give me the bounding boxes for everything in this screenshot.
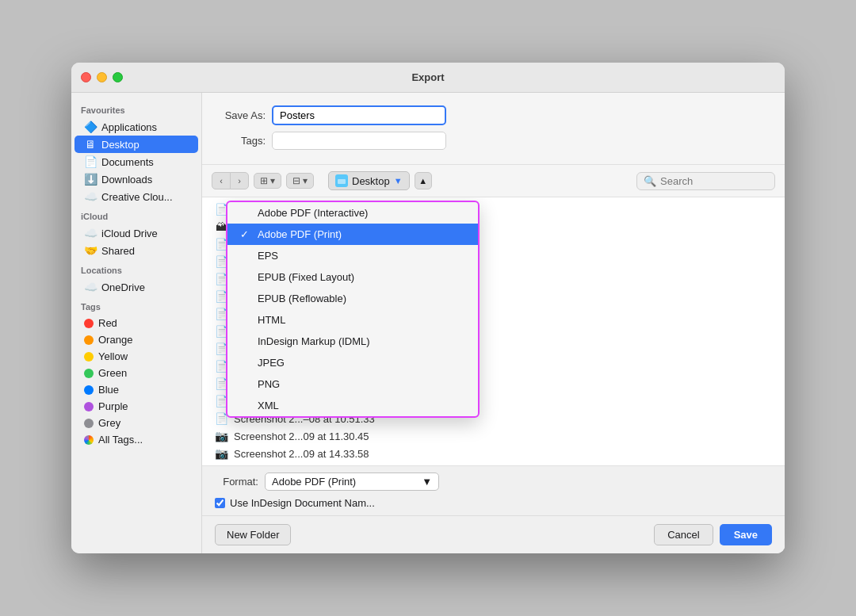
format-dropdown-arrow: ▼	[422, 476, 432, 488]
sidebar-item-yellow[interactable]: Yellow	[75, 348, 198, 365]
dropdown-item-label: PNG	[258, 378, 280, 390]
sidebar-item-label: Yellow	[98, 350, 128, 362]
checkbox-row: Use InDesign Document Nam...	[215, 497, 772, 509]
sidebar-item-red[interactable]: Red	[75, 315, 198, 331]
dropdown-item-epub-reflowable[interactable]: EPUB (Reflowable)	[227, 288, 478, 309]
svg-rect-1	[338, 179, 346, 184]
downloads-icon: ⬇️	[84, 173, 97, 186]
expand-button[interactable]: ▲	[415, 172, 432, 189]
sidebar-item-grey[interactable]: Grey	[75, 415, 198, 431]
action-buttons: New Folder Cancel Save	[202, 515, 785, 553]
search-bar[interactable]: 🔍	[636, 172, 775, 190]
file-item[interactable]: 📷 Screenshot 2...09 at 11.30.45	[202, 427, 785, 445]
sidebar-item-onedrive[interactable]: ☁️ OneDrive	[75, 278, 198, 296]
tag-red-dot	[84, 319, 94, 328]
location-pill[interactable]: Desktop ▼	[328, 171, 410, 190]
dropdown-item-label: XML	[258, 400, 279, 411]
tag-grey-dot	[84, 419, 94, 428]
view-toggle-button[interactable]: ⊞ ▾	[254, 173, 281, 189]
view-chevron: ▾	[270, 175, 275, 186]
close-button[interactable]	[81, 72, 91, 82]
checkbox-label: Use InDesign Document Nam...	[230, 497, 375, 509]
sidebar-item-label: OneDrive	[101, 281, 145, 293]
sidebar-item-applications[interactable]: 🔷 Applications	[75, 118, 198, 136]
sidebar-item-orange[interactable]: Orange	[75, 331, 198, 348]
sidebar-item-label: Red	[98, 317, 117, 329]
sidebar-item-all-tags[interactable]: All Tags...	[75, 431, 198, 448]
save-as-row: Save As:	[218, 105, 769, 125]
sidebar-item-label: Grey	[98, 417, 120, 429]
new-folder-button[interactable]: New Folder	[215, 524, 291, 545]
dropdown-item-label: EPUB (Fixed Layout)	[258, 271, 354, 283]
dialog-body: Favourites 🔷 Applications 🖥 Desktop 📄 Do…	[71, 93, 785, 553]
sidebar-item-desktop[interactable]: 🖥 Desktop	[75, 136, 198, 153]
dropdown-item-html[interactable]: HTML	[227, 309, 478, 331]
location-label: Desktop	[352, 175, 390, 187]
sidebar-item-creative-cloud[interactable]: ☁️ Creative Clou...	[75, 188, 198, 205]
sidebar: Favourites 🔷 Applications 🖥 Desktop 📄 Do…	[71, 93, 202, 553]
tag-green-dot	[84, 369, 94, 378]
main-area: Save As: Tags: ‹ › ⊞ ▾ ⊟	[202, 93, 785, 553]
save-button[interactable]: Save	[720, 524, 772, 545]
sidebar-item-purple[interactable]: Purple	[75, 398, 198, 415]
tag-purple-dot	[84, 402, 94, 411]
format-label: Format:	[215, 476, 258, 488]
grid-view-button[interactable]: ⊟ ▾	[286, 173, 314, 189]
dropdown-item-adobe-pdf-print[interactable]: ✓ Adobe PDF (Print)	[227, 224, 478, 245]
save-as-input[interactable]	[272, 105, 446, 125]
tags-input[interactable]	[272, 132, 446, 150]
grid-icon: ⊟	[292, 175, 300, 186]
maximize-button[interactable]	[113, 72, 123, 82]
right-buttons: Cancel Save	[654, 524, 772, 545]
dropdown-item-label: HTML	[258, 314, 285, 326]
sidebar-item-shared[interactable]: 🤝 Shared	[75, 242, 198, 259]
export-dialog: Export Favourites 🔷 Applications 🖥 Deskt…	[71, 63, 785, 553]
dropdown-item-jpeg[interactable]: JPEG	[227, 352, 478, 373]
sidebar-item-documents[interactable]: 📄 Documents	[75, 153, 198, 170]
sidebar-item-label: Shared	[101, 245, 135, 257]
section-tags: Tags	[71, 296, 201, 315]
dropdown-item-label: EPUB (Reflowable)	[258, 293, 346, 304]
search-input[interactable]	[660, 175, 768, 187]
sidebar-item-green[interactable]: Green	[75, 365, 198, 381]
sidebar-item-label: All Tags...	[98, 434, 143, 446]
use-indesign-name-checkbox[interactable]	[215, 498, 225, 508]
forward-button[interactable]: ›	[230, 172, 249, 189]
file-item[interactable]: 📷 Screenshot 2...09 at 14.33.58	[202, 445, 785, 462]
toolbar: ‹ › ⊞ ▾ ⊟ ▾ Desktop ▼ ▲	[202, 165, 785, 197]
sidebar-item-label: Green	[98, 367, 127, 379]
view-icon: ⊞	[260, 175, 268, 186]
file-name: Screenshot 2...09 at 14.33.58	[234, 448, 369, 460]
sidebar-item-label: Creative Clou...	[101, 191, 173, 203]
sidebar-item-blue[interactable]: Blue	[75, 381, 198, 398]
traffic-lights	[81, 72, 123, 82]
dropdown-item-label: JPEG	[258, 357, 285, 369]
dropdown-item-xml[interactable]: XML	[227, 395, 478, 416]
dropdown-item-epub-fixed[interactable]: EPUB (Fixed Layout)	[227, 266, 478, 288]
window-title: Export	[411, 71, 444, 83]
dropdown-item-png[interactable]: PNG	[227, 373, 478, 395]
back-button[interactable]: ‹	[212, 172, 231, 189]
dropdown-item-label: Adobe PDF (Interactive)	[258, 207, 368, 219]
minimize-button[interactable]	[97, 72, 107, 82]
desktop-icon: 🖥	[84, 138, 97, 151]
sidebar-item-icloud-drive[interactable]: ☁️ iCloud Drive	[75, 224, 198, 242]
format-dropdown: Adobe PDF (Interactive) ✓ Adobe PDF (Pri…	[226, 201, 480, 418]
dropdown-item-indesign-markup[interactable]: InDesign Markup (IDML)	[227, 331, 478, 352]
format-selected-value: Adobe PDF (Print)	[272, 476, 356, 488]
save-as-label: Save As:	[218, 109, 266, 121]
dropdown-item-eps[interactable]: EPS	[227, 245, 478, 266]
dropdown-item-label: InDesign Markup (IDML)	[258, 335, 370, 347]
sidebar-item-downloads[interactable]: ⬇️ Downloads	[75, 170, 198, 188]
check-icon: ✓	[240, 228, 251, 240]
tag-yellow-dot	[84, 352, 94, 362]
bottom-bar: Format: Adobe PDF (Print) ▼ Use InDesign…	[202, 465, 785, 515]
dropdown-item-adobe-pdf-interactive[interactable]: Adobe PDF (Interactive)	[227, 202, 478, 224]
sidebar-item-label: Orange	[98, 334, 132, 346]
grid-chevron: ▾	[303, 175, 308, 186]
sidebar-item-label: Desktop	[101, 139, 139, 151]
sidebar-item-label: Documents	[101, 156, 154, 168]
tag-all-dot	[84, 435, 94, 445]
cancel-button[interactable]: Cancel	[654, 524, 713, 545]
format-select[interactable]: Adobe PDF (Print) ▼	[265, 473, 439, 491]
